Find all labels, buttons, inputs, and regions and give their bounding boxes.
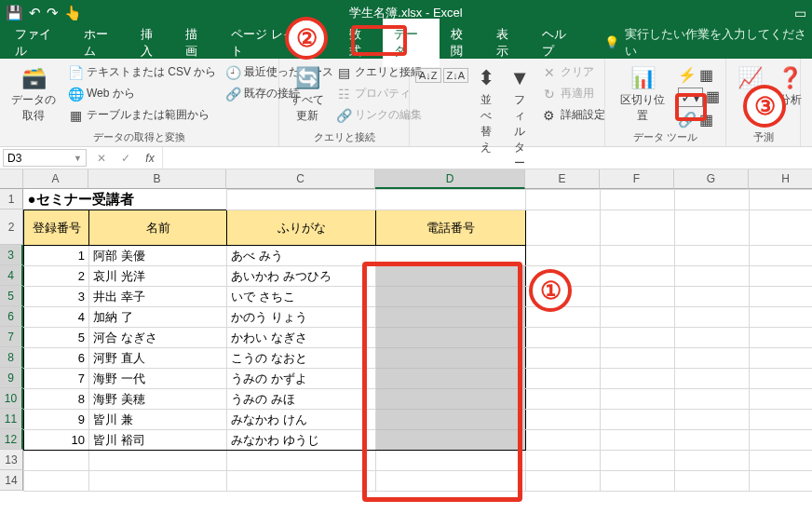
- formula-input[interactable]: [162, 147, 812, 169]
- cell[interactable]: 哀川 光洋: [89, 266, 227, 287]
- cell[interactable]: [526, 410, 601, 430]
- cell[interactable]: [675, 246, 750, 266]
- cell[interactable]: [675, 451, 750, 471]
- tab-pagelayout[interactable]: ページ レイアウト: [220, 19, 337, 67]
- tab-file[interactable]: ファイル: [4, 19, 73, 67]
- grid[interactable]: ●セミナー受講者登録番号名前ふりがな電話番号1阿部 美優あべ みう2哀川 光洋あ…: [23, 189, 812, 492]
- cell[interactable]: [750, 451, 813, 471]
- cell[interactable]: 登録番号: [24, 210, 89, 246]
- cell[interactable]: [526, 348, 601, 369]
- chevron-down-icon[interactable]: ▼: [74, 154, 82, 163]
- cell[interactable]: 井出 幸子: [89, 287, 227, 307]
- cell[interactable]: [24, 451, 89, 471]
- cell[interactable]: [675, 266, 750, 287]
- cell[interactable]: 海野 一代: [89, 369, 227, 389]
- tab-review[interactable]: 校閲: [440, 19, 485, 67]
- cell[interactable]: 1: [24, 246, 89, 266]
- cell[interactable]: [750, 307, 813, 328]
- cell[interactable]: [601, 287, 675, 307]
- cell[interactable]: [376, 328, 526, 348]
- cell[interactable]: [675, 328, 750, 348]
- cell[interactable]: [675, 471, 750, 492]
- consolidate-icon[interactable]: ▦: [706, 88, 720, 107]
- cell[interactable]: [526, 190, 601, 210]
- cell[interactable]: [89, 451, 227, 471]
- cell[interactable]: あいかわ みつひろ: [227, 266, 376, 287]
- cell[interactable]: 名前: [89, 210, 227, 246]
- cell[interactable]: [750, 287, 813, 307]
- tab-insert[interactable]: 挿入: [129, 19, 175, 67]
- tab-view[interactable]: 表示: [485, 19, 531, 67]
- cell[interactable]: ●セミナー受講者: [24, 190, 227, 210]
- cell[interactable]: [750, 410, 813, 430]
- cell[interactable]: 6: [24, 348, 89, 369]
- cell[interactable]: 河野 直人: [89, 348, 227, 369]
- row-header[interactable]: 11: [0, 409, 23, 429]
- cell[interactable]: [227, 451, 376, 471]
- cell[interactable]: 皆川 裕司: [89, 430, 227, 451]
- from-web-button[interactable]: 🌐Web から: [65, 84, 219, 103]
- cell[interactable]: うみの かずよ: [227, 369, 376, 389]
- relationships-icon[interactable]: 🔗: [678, 111, 697, 128]
- cell[interactable]: [227, 471, 376, 492]
- cell[interactable]: あべ みう: [227, 246, 376, 266]
- text-to-columns-button[interactable]: 📊 区切り位置: [611, 62, 674, 128]
- refresh-all-button[interactable]: 🔄 すべて 更新: [285, 62, 330, 128]
- cell[interactable]: [675, 430, 750, 451]
- row-header[interactable]: 7: [0, 327, 23, 347]
- column-header[interactable]: A: [23, 169, 88, 189]
- cell[interactable]: [376, 190, 526, 210]
- from-table-button[interactable]: ▦テーブルまたは範囲から: [65, 105, 219, 125]
- tab-home[interactable]: ホーム: [73, 19, 129, 67]
- cell[interactable]: [601, 266, 675, 287]
- sort-button[interactable]: ⬍ 並べ替え: [472, 62, 500, 159]
- row-header[interactable]: 6: [0, 306, 23, 327]
- row-header[interactable]: 9: [0, 368, 23, 388]
- remove-duplicates-icon[interactable]: ▦: [699, 66, 713, 84]
- column-header[interactable]: G: [674, 169, 749, 189]
- cell[interactable]: [376, 369, 526, 389]
- cell[interactable]: 10: [24, 430, 89, 451]
- tab-data[interactable]: データ: [383, 19, 440, 67]
- cell[interactable]: [601, 307, 675, 328]
- cell[interactable]: [601, 328, 675, 348]
- cell[interactable]: [750, 369, 813, 389]
- cell[interactable]: [376, 471, 526, 492]
- analyze-button[interactable]: ❓ 分析: [772, 62, 808, 112]
- sort-az-icon[interactable]: A↓Z: [415, 68, 441, 83]
- select-all-corner[interactable]: [0, 169, 23, 189]
- cell[interactable]: [750, 430, 813, 451]
- row-header[interactable]: 12: [0, 429, 23, 450]
- column-header[interactable]: B: [88, 169, 226, 189]
- cell[interactable]: [376, 287, 526, 307]
- cell[interactable]: [675, 369, 750, 389]
- cell[interactable]: 8: [24, 389, 89, 410]
- cell[interactable]: [376, 451, 526, 471]
- cell[interactable]: みなかわ ゆうじ: [227, 430, 376, 451]
- row-header[interactable]: 2: [0, 209, 23, 245]
- cell[interactable]: 皆川 兼: [89, 410, 227, 430]
- cell[interactable]: [750, 348, 813, 369]
- cell[interactable]: [601, 369, 675, 389]
- cell[interactable]: 加納 了: [89, 307, 227, 328]
- row-header[interactable]: 1: [0, 189, 23, 209]
- cell[interactable]: みなかわ けん: [227, 410, 376, 430]
- cell[interactable]: [526, 210, 601, 246]
- cell[interactable]: 9: [24, 410, 89, 430]
- cell[interactable]: かわい なぎさ: [227, 328, 376, 348]
- cell[interactable]: かのう りょう: [227, 307, 376, 328]
- cell[interactable]: [750, 246, 813, 266]
- cell[interactable]: [526, 307, 601, 328]
- cell[interactable]: [675, 210, 750, 246]
- cell[interactable]: [601, 389, 675, 410]
- cell[interactable]: ふりがな: [227, 210, 376, 246]
- cell[interactable]: [675, 410, 750, 430]
- get-data-button[interactable]: 🗃️ データの 取得: [6, 62, 61, 128]
- row-header[interactable]: 13: [0, 450, 23, 470]
- data-validation-button[interactable]: ✓▾: [678, 88, 703, 107]
- tell-me-search[interactable]: 💡 実行したい作業を入力してください: [604, 26, 808, 60]
- cell[interactable]: 電話番号: [376, 210, 526, 246]
- row-headers[interactable]: 1234567891011121314: [0, 189, 23, 491]
- cell[interactable]: [601, 246, 675, 266]
- name-box[interactable]: D3 ▼: [3, 149, 87, 167]
